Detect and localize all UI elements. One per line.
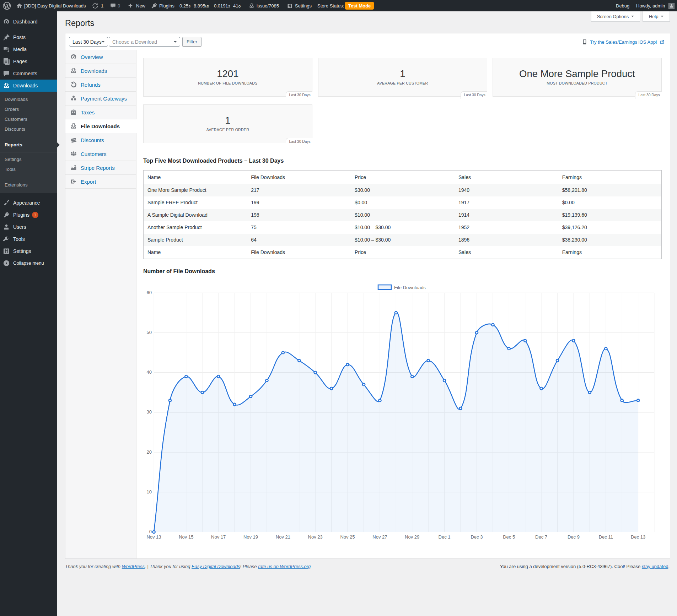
svg-text:Dec 7: Dec 7 (535, 534, 547, 540)
svg-text:File Downloads: File Downloads (394, 285, 426, 290)
svg-text:Nov 19: Nov 19 (243, 534, 258, 540)
svg-text:Dec 13: Dec 13 (631, 534, 645, 540)
svg-text:10: 10 (147, 489, 152, 495)
svg-text:Nov 27: Nov 27 (372, 534, 387, 540)
svg-text:0: 0 (149, 529, 152, 534)
svg-text:Nov 17: Nov 17 (211, 534, 226, 540)
svg-text:Nov 13: Nov 13 (146, 534, 161, 540)
svg-text:30: 30 (147, 409, 152, 415)
svg-text:Nov 23: Nov 23 (308, 534, 323, 540)
svg-text:Nov 29: Nov 29 (405, 534, 419, 540)
svg-text:Dec 1: Dec 1 (439, 534, 451, 540)
svg-text:60: 60 (147, 290, 152, 295)
svg-text:Dec 5: Dec 5 (503, 534, 515, 540)
svg-text:Dec 9: Dec 9 (568, 534, 580, 540)
svg-text:40: 40 (147, 369, 152, 375)
svg-text:Nov 15: Nov 15 (179, 534, 193, 540)
svg-text:50: 50 (147, 330, 152, 335)
svg-text:Nov 25: Nov 25 (340, 534, 355, 540)
svg-text:Nov 21: Nov 21 (276, 534, 290, 540)
svg-text:Dec 11: Dec 11 (599, 534, 613, 540)
svg-text:20: 20 (147, 449, 152, 455)
svg-text:Dec 3: Dec 3 (471, 534, 483, 540)
